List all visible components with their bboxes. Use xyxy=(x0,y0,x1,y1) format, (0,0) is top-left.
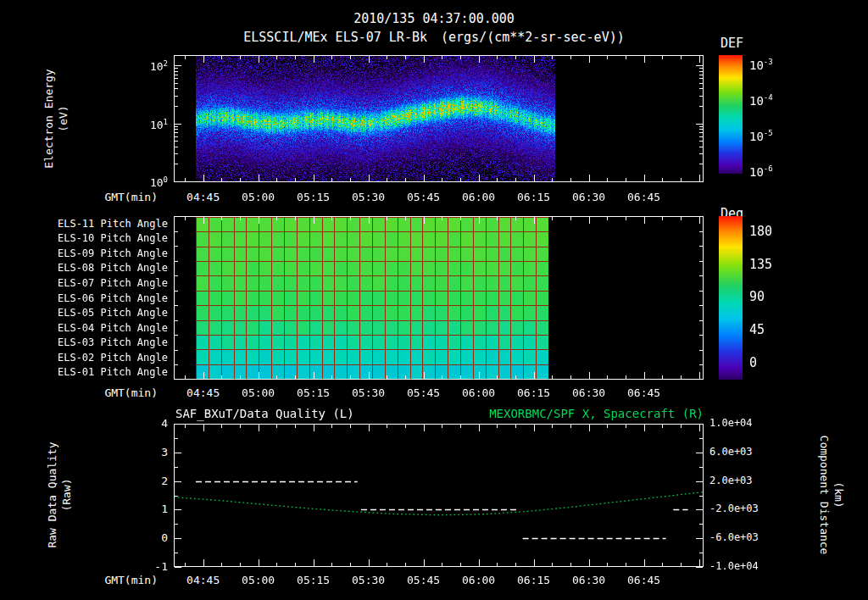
x-tick-label: 05:30 xyxy=(347,386,391,399)
tick-mark xyxy=(314,217,314,224)
tick-mark xyxy=(175,141,178,142)
y-tick-label: 0 xyxy=(132,531,168,544)
tick-mark xyxy=(331,56,332,59)
colorbar-tick-label: 10-4 xyxy=(749,92,773,108)
tick-mark xyxy=(175,553,178,553)
tick-mark xyxy=(515,563,516,566)
tick-mark xyxy=(570,375,571,379)
tick-mark xyxy=(534,372,535,379)
tick-mark xyxy=(203,175,204,181)
x-tick-label: 04:45 xyxy=(181,191,225,203)
tick-mark xyxy=(699,129,703,130)
tick-mark xyxy=(185,375,186,379)
x-tick-label: 05:45 xyxy=(402,191,446,203)
tick-mark xyxy=(442,178,442,181)
tick-mark xyxy=(295,178,296,181)
tick-mark xyxy=(662,178,663,181)
x-tick-label: 06:30 xyxy=(567,191,611,203)
tick-mark xyxy=(699,320,703,321)
tick-mark xyxy=(175,424,181,425)
tick-mark xyxy=(350,56,351,59)
tick-mark xyxy=(552,563,553,566)
tick-mark xyxy=(424,217,425,224)
energy-panel-frame xyxy=(174,55,704,182)
tick-mark xyxy=(442,425,442,428)
tick-mark xyxy=(515,375,516,379)
tick-mark xyxy=(534,559,535,566)
tick-mark xyxy=(497,563,498,566)
tick-mark xyxy=(175,65,181,66)
def-colorbar xyxy=(719,55,743,174)
tick-mark xyxy=(175,96,178,97)
tick-mark xyxy=(259,175,259,181)
tick-mark xyxy=(552,375,553,379)
tick-mark xyxy=(405,425,406,428)
tick-mark xyxy=(221,563,222,566)
tick-mark xyxy=(442,563,442,566)
tick-mark xyxy=(240,56,241,59)
x-tick-label: 06:00 xyxy=(457,386,501,399)
tick-mark xyxy=(369,559,370,566)
pitch-row-label: ELS-07 Pitch Angle xyxy=(32,277,168,290)
tick-mark xyxy=(626,178,626,181)
y-tick-label: -1 xyxy=(132,560,168,573)
tick-mark xyxy=(175,364,178,365)
tick-mark xyxy=(644,425,645,431)
y-tick-label-right: 1.0e+04 xyxy=(709,417,771,430)
tick-mark xyxy=(295,56,296,59)
tick-mark xyxy=(175,75,178,75)
tick-mark xyxy=(442,56,442,59)
y-tick-label-right: -2.0e+03 xyxy=(709,503,771,515)
tick-mark xyxy=(570,217,571,220)
tick-mark xyxy=(644,175,645,181)
tick-mark xyxy=(662,425,663,428)
tick-mark xyxy=(607,563,608,566)
tick-mark xyxy=(699,217,700,224)
tick-mark xyxy=(175,231,178,232)
tick-mark xyxy=(175,246,178,247)
tick-mark xyxy=(699,153,703,154)
tick-mark xyxy=(497,56,498,59)
tick-mark xyxy=(387,563,387,566)
tick-mark xyxy=(699,231,703,232)
tick-mark xyxy=(175,453,181,453)
tick-mark xyxy=(314,372,314,379)
quality-panel-frame xyxy=(174,424,704,567)
y-tick-label-right: -6.0e+03 xyxy=(709,531,771,544)
tick-mark xyxy=(175,124,181,125)
def-colorbar-title: DEF xyxy=(721,36,743,51)
tick-mark xyxy=(350,425,351,428)
tick-mark xyxy=(203,217,204,224)
tick-mark xyxy=(175,132,178,133)
tick-mark xyxy=(175,524,178,525)
x-tick-label: 06:00 xyxy=(457,191,501,203)
tick-mark xyxy=(699,524,703,525)
tick-mark xyxy=(534,425,535,431)
tick-mark xyxy=(681,217,682,220)
tick-mark xyxy=(681,375,682,379)
tick-mark xyxy=(696,65,703,66)
tick-mark xyxy=(479,425,480,431)
x-tick-label: 06:15 xyxy=(512,191,556,203)
tick-mark xyxy=(405,56,406,59)
tick-mark xyxy=(424,425,425,431)
y-tick-label: 100 xyxy=(124,174,168,189)
tick-mark xyxy=(175,320,178,321)
tick-mark xyxy=(369,56,370,63)
quality-axis-label-line2: (Raw) xyxy=(59,442,74,547)
tick-mark xyxy=(589,175,590,181)
tick-mark xyxy=(175,164,178,164)
tick-mark xyxy=(699,246,703,247)
y-tick-label: 102 xyxy=(124,58,168,73)
tick-mark xyxy=(276,563,277,566)
x-tick-label: 05:45 xyxy=(402,574,446,586)
tick-mark xyxy=(314,175,314,181)
tick-mark xyxy=(259,559,259,566)
tick-mark xyxy=(534,56,535,63)
tick-mark xyxy=(662,563,663,566)
tick-mark xyxy=(259,425,259,431)
tick-mark xyxy=(515,178,516,181)
tick-mark xyxy=(314,56,314,63)
tick-mark xyxy=(175,275,178,276)
energy-axis-label-line2: (eV) xyxy=(56,69,70,168)
